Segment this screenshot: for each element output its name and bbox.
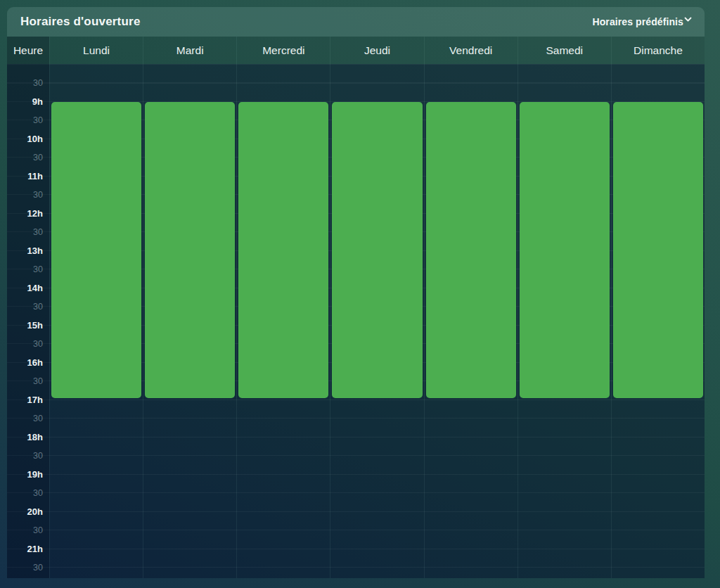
time-label: 11h <box>27 172 43 181</box>
time-label: 17h <box>27 395 43 404</box>
time-column: 309h3010h3011h3012h3013h3014h3015h3016h3… <box>7 64 49 578</box>
day-column-mercredi[interactable] <box>236 64 330 578</box>
days-area <box>49 64 705 578</box>
time-label: 30 <box>33 525 43 535</box>
day-column-jeudi[interactable] <box>330 64 423 578</box>
day-header-vendredi: Vendredi <box>424 37 518 64</box>
time-column-header: Heure <box>7 37 49 64</box>
day-column-lundi[interactable] <box>49 64 143 578</box>
time-label: 14h <box>27 283 43 293</box>
opening-block-dimanche[interactable] <box>613 102 703 398</box>
schedule-grid: 309h3010h3011h3012h3013h3014h3015h3016h3… <box>7 64 705 578</box>
day-column-vendredi[interactable] <box>424 64 518 578</box>
day-header-samedi: Samedi <box>518 37 611 64</box>
day-column-dimanche[interactable] <box>611 64 705 578</box>
time-label: 16h <box>27 358 43 367</box>
time-label: 10h <box>27 134 43 143</box>
page-title: Horaires d'ouverture <box>20 15 141 29</box>
day-header-dimanche: Dimanche <box>611 37 705 64</box>
opening-hours-widget: Horaires d'ouverture Horaires prédéfinis… <box>7 7 705 578</box>
time-label: 30 <box>33 414 43 423</box>
chevron-down-icon <box>684 17 692 23</box>
day-header-jeudi: Jeudi <box>330 37 423 64</box>
time-label: 30 <box>33 339 43 348</box>
time-label: 30 <box>33 115 43 124</box>
time-label: 30 <box>33 153 43 162</box>
day-header-mardi: Mardi <box>143 37 236 64</box>
opening-block-lundi[interactable] <box>51 102 141 398</box>
time-label: 30 <box>33 488 43 497</box>
opening-block-samedi[interactable] <box>520 102 610 398</box>
time-label: 30 <box>33 190 43 199</box>
time-label: 13h <box>27 246 43 255</box>
day-header-lundi: Lundi <box>49 37 143 64</box>
page-background: Horaires d'ouverture Horaires prédéfinis… <box>0 0 720 588</box>
time-label: 30 <box>33 563 43 572</box>
day-header-row: Heure LundiMardiMercrediJeudiVendrediSam… <box>7 37 705 64</box>
time-label: 9h <box>32 97 43 106</box>
day-column-samedi[interactable] <box>518 64 611 578</box>
time-label: 30 <box>33 227 43 236</box>
time-label: 19h <box>27 470 43 479</box>
time-label: 21h <box>27 544 43 554</box>
time-label: 15h <box>27 321 43 330</box>
opening-block-vendredi[interactable] <box>426 102 516 398</box>
time-label: 12h <box>27 209 43 218</box>
time-label: 30 <box>33 302 43 311</box>
preset-hours-label: Horaires prédéfinis <box>593 16 684 27</box>
time-label: 20h <box>27 507 43 516</box>
day-column-mardi[interactable] <box>143 64 236 578</box>
preset-hours-dropdown[interactable]: Horaires prédéfinis <box>593 16 693 27</box>
time-label: 18h <box>27 433 43 442</box>
opening-block-jeudi[interactable] <box>332 102 422 398</box>
opening-block-mardi[interactable] <box>145 102 235 398</box>
time-label: 30 <box>33 376 43 385</box>
time-label: 30 <box>33 78 43 87</box>
day-header-mercredi: Mercredi <box>236 37 330 64</box>
time-label: 30 <box>33 264 43 274</box>
titlebar: Horaires d'ouverture Horaires prédéfinis <box>7 7 705 37</box>
time-label: 30 <box>33 451 43 460</box>
opening-block-mercredi[interactable] <box>238 102 328 398</box>
